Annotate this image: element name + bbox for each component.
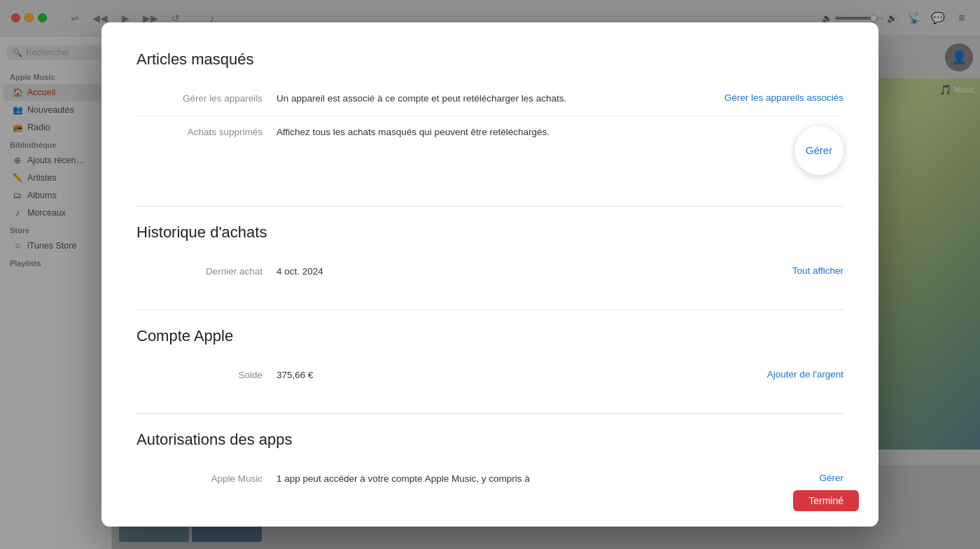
label-dernier-achat: Dernier achat bbox=[136, 265, 276, 277]
label-apple-music: Apple Music bbox=[136, 473, 276, 484]
modal-overlay: Articles masqués Gérer les appareils Un … bbox=[0, 0, 980, 549]
section-title-compte: Compte Apple bbox=[136, 327, 844, 345]
divider-2 bbox=[136, 310, 844, 310]
value-solde: 375,66 € bbox=[276, 369, 753, 382]
action-tout-afficher[interactable]: Tout afficher bbox=[792, 265, 844, 276]
label-solde: Solde bbox=[136, 369, 276, 380]
termine-button[interactable]: Terminé bbox=[793, 490, 859, 511]
action-gerer-autorisations[interactable]: Gérer bbox=[819, 473, 844, 483]
gerer-circle-button[interactable]: Gérer bbox=[794, 126, 844, 175]
section-title-articles: Articles masqués bbox=[136, 50, 844, 69]
label-achats-supprimes: Achats supprimés bbox=[136, 126, 276, 137]
row-achats-supprimes: Achats supprimés Affichez tous les achat… bbox=[136, 116, 844, 185]
value-achats-supprimes: Affichez tous les achats masqués qui peu… bbox=[276, 126, 788, 139]
row-apple-music-auth: Apple Music 1 app peut accéder à votre c… bbox=[136, 463, 844, 496]
gerer-circle-label: Gérer bbox=[806, 144, 832, 156]
section-title-autorisations: Autorisations des apps bbox=[136, 431, 844, 449]
divider-1 bbox=[136, 206, 844, 207]
value-dernier-achat: 4 oct. 2024 bbox=[276, 265, 778, 279]
section-title-historique: Historique d'achats bbox=[136, 223, 844, 242]
modal-dialog: Articles masqués Gérer les appareils Un … bbox=[102, 22, 878, 527]
section-autorisations: Autorisations des apps Apple Music 1 app… bbox=[136, 431, 844, 496]
value-gerer-appareils: Un appareil est associé à ce compte et p… bbox=[276, 92, 710, 106]
section-historique: Historique d'achats Dernier achat 4 oct.… bbox=[136, 223, 844, 289]
row-gerer-appareils: Gérer les appareils Un appareil est asso… bbox=[136, 83, 844, 116]
action-gerer-appareils-associes[interactable]: Gérer les appareils associés bbox=[724, 92, 844, 103]
row-solde: Solde 375,66 € Ajouter de l'argent bbox=[136, 359, 844, 392]
section-compte-apple: Compte Apple Solde 375,66 € Ajouter de l… bbox=[136, 327, 844, 392]
value-apple-music-auth: 1 app peut accéder à votre compte Apple … bbox=[276, 473, 805, 486]
label-gerer-appareils: Gérer les appareils bbox=[136, 92, 276, 104]
section-articles-masques: Articles masqués Gérer les appareils Un … bbox=[136, 50, 844, 185]
action-ajouter-argent[interactable]: Ajouter de l'argent bbox=[767, 369, 844, 380]
divider-3 bbox=[136, 413, 844, 414]
row-dernier-achat: Dernier achat 4 oct. 2024 Tout afficher bbox=[136, 256, 844, 289]
